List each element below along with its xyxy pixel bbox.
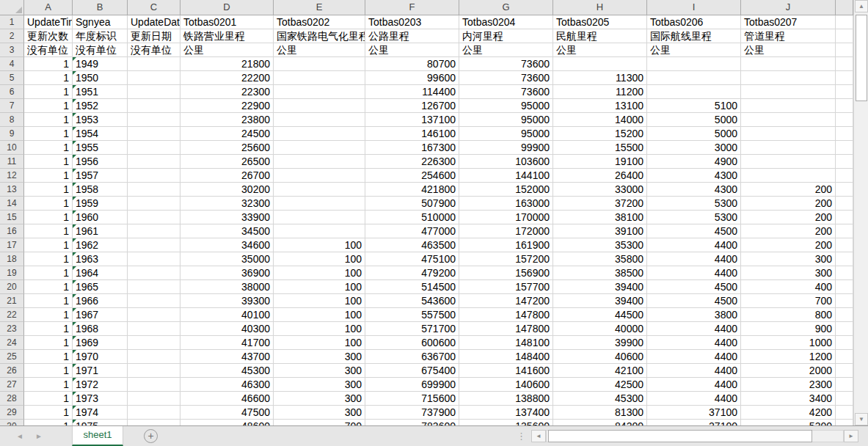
cell-J1[interactable]: Totbas0207 [741, 15, 836, 29]
column-header-C[interactable]: C [128, 0, 180, 15]
cell-J28[interactable]: 3400 [741, 392, 836, 406]
row-header-25[interactable]: 25 [0, 350, 24, 364]
cell-K22[interactable] [836, 308, 853, 322]
cell-B19[interactable]: 1964 [73, 266, 128, 280]
row-header-28[interactable]: 28 [0, 392, 24, 406]
cell-E12[interactable] [274, 169, 365, 183]
cell-J17[interactable]: 200 [741, 238, 836, 252]
cell-A11[interactable]: 1 [24, 155, 73, 169]
cell-B3[interactable]: 没有单位 [73, 43, 128, 57]
cell-B30[interactable]: 1975 [73, 420, 128, 425]
cell-B18[interactable]: 1963 [73, 252, 128, 266]
cell-D3[interactable]: 公里 [180, 43, 274, 57]
cell-G30[interactable]: 135600 [459, 420, 553, 425]
cell-F30[interactable]: 783600 [365, 420, 459, 425]
cell-D18[interactable]: 35000 [180, 252, 274, 266]
row-header-17[interactable]: 17 [0, 238, 24, 252]
prev-sheet-icon[interactable]: ◄ [16, 431, 23, 442]
cell-F19[interactable]: 479200 [365, 266, 459, 280]
cell-F5[interactable]: 99600 [365, 71, 459, 85]
cell-B23[interactable]: 1968 [73, 322, 128, 336]
add-sheet-button[interactable]: + [144, 429, 158, 443]
cell-B4[interactable]: 1949 [73, 57, 128, 71]
cell-H24[interactable]: 39900 [553, 336, 647, 350]
row-header-10[interactable]: 10 [0, 141, 24, 155]
cell-F16[interactable]: 477000 [365, 224, 459, 238]
cell-C15[interactable] [128, 211, 180, 224]
cell-H17[interactable]: 35300 [553, 238, 647, 252]
cell-F1[interactable]: Totbas0203 [365, 15, 459, 29]
cell-F20[interactable]: 514500 [365, 280, 459, 294]
cell-H3[interactable]: 公里 [553, 43, 647, 57]
cell-A1[interactable]: UpdateTim [24, 15, 73, 29]
cell-J14[interactable]: 200 [741, 197, 836, 211]
cell-I6[interactable] [647, 85, 741, 99]
cell-B11[interactable]: 1956 [73, 155, 128, 169]
cell-J19[interactable]: 300 [741, 266, 836, 280]
cell-G22[interactable]: 147800 [459, 308, 553, 322]
cell-F13[interactable]: 421800 [365, 183, 459, 197]
column-header-D[interactable]: D [180, 0, 274, 15]
cell-G21[interactable]: 147200 [459, 294, 553, 308]
row-header-3[interactable]: 3 [0, 43, 24, 57]
cell-A14[interactable]: 1 [24, 197, 73, 211]
cell-I9[interactable]: 5000 [647, 127, 741, 141]
cell-J27[interactable]: 2300 [741, 378, 836, 392]
cell-E22[interactable]: 100 [274, 308, 365, 322]
cell-G17[interactable]: 161900 [459, 238, 553, 252]
cell-K20[interactable] [836, 280, 853, 294]
cell-F3[interactable]: 公里 [365, 43, 459, 57]
row-header-5[interactable]: 5 [0, 71, 24, 85]
scroll-down-icon[interactable]: ▼ [855, 413, 868, 425]
cell-I5[interactable] [647, 71, 741, 85]
scroll-up-icon[interactable]: ▲ [855, 0, 868, 12]
cell-K26[interactable] [836, 364, 853, 378]
cell-D6[interactable]: 22300 [180, 85, 274, 99]
cell-E18[interactable]: 100 [274, 252, 365, 266]
cell-E11[interactable] [274, 155, 365, 169]
cell-I4[interactable] [647, 57, 741, 71]
cell-F28[interactable]: 715600 [365, 392, 459, 406]
cell-I2[interactable]: 国际航线里程 [647, 29, 741, 43]
cell-E16[interactable] [274, 224, 365, 238]
cell-K24[interactable] [836, 336, 853, 350]
cell-C27[interactable] [128, 378, 180, 392]
cell-C3[interactable]: 没有单位 [128, 43, 180, 57]
cell-H25[interactable]: 40600 [553, 350, 647, 364]
cell-F11[interactable]: 226300 [365, 155, 459, 169]
cell-D25[interactable]: 43700 [180, 350, 274, 364]
cell-H15[interactable]: 38100 [553, 211, 647, 224]
cell-J10[interactable] [741, 141, 836, 155]
cell-E9[interactable] [274, 127, 365, 141]
cell-F9[interactable]: 146100 [365, 127, 459, 141]
row-header-7[interactable]: 7 [0, 99, 24, 113]
cell-K2[interactable] [836, 29, 853, 43]
cell-H30[interactable]: 84200 [553, 420, 647, 425]
cell-D14[interactable]: 32300 [180, 197, 274, 211]
cell-H10[interactable]: 15500 [553, 141, 647, 155]
cell-D5[interactable]: 22200 [180, 71, 274, 85]
cell-G28[interactable]: 138800 [459, 392, 553, 406]
cell-C22[interactable] [128, 308, 180, 322]
row-header-29[interactable]: 29 [0, 406, 24, 420]
cell-C28[interactable] [128, 392, 180, 406]
cell-E7[interactable] [274, 99, 365, 113]
cell-C16[interactable] [128, 224, 180, 238]
cell-G18[interactable]: 157200 [459, 252, 553, 266]
cell-H8[interactable]: 14000 [553, 113, 647, 127]
cell-B15[interactable]: 1960 [73, 211, 128, 224]
row-header-24[interactable]: 24 [0, 336, 24, 350]
cell-D17[interactable]: 34600 [180, 238, 274, 252]
cell-B14[interactable]: 1959 [73, 197, 128, 211]
cell-A29[interactable]: 1 [24, 406, 73, 420]
cell-G7[interactable]: 95000 [459, 99, 553, 113]
vertical-scrollbar-thumb[interactable] [856, 15, 867, 101]
cell-B29[interactable]: 1974 [73, 406, 128, 420]
cell-H28[interactable]: 45300 [553, 392, 647, 406]
cell-B26[interactable]: 1971 [73, 364, 128, 378]
cell-D19[interactable]: 36900 [180, 266, 274, 280]
cell-G5[interactable]: 73600 [459, 71, 553, 85]
cell-D12[interactable]: 26700 [180, 169, 274, 183]
row-header-12[interactable]: 12 [0, 169, 24, 183]
cell-K15[interactable] [836, 211, 853, 224]
